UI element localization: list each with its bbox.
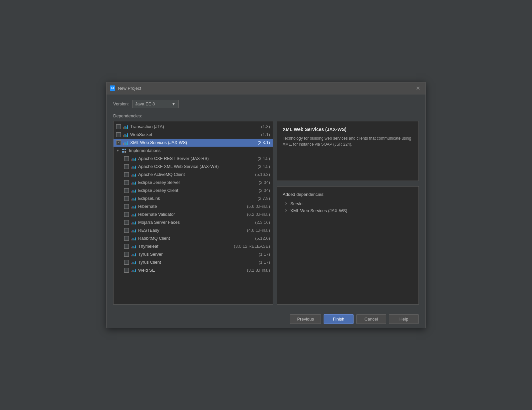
category-name-implementations: Implementations [129,148,160,153]
dep-version-cxf-xml: (3.4.5) [257,164,270,169]
dep-icon-hibernate [131,204,136,209]
dep-version-jersey-server: (2.34) [259,180,270,185]
right-panel: XML Web Services (JAX-WS) Technology for… [277,121,419,305]
dep-version-rabbitmq: (5.12.0) [255,236,270,241]
dialog-body: Version: Java EE 8 ▼ Dependencies: [107,94,425,310]
dep-checkbox-weld-se[interactable] [124,268,129,273]
list-item[interactable]: Apache CXF REST Server (JAX-RS) (3.4.5) [114,155,273,163]
dep-version-tyrus-client: (1.17) [259,260,270,265]
dep-version-cxf-rest: (3.4.5) [257,156,270,161]
version-select[interactable]: Java EE 8 ▼ [132,100,179,108]
list-item[interactable]: Eclipse Jersey Client (2.34) [114,187,273,195]
dep-icon-thymeleaf [131,244,136,249]
dep-version-tyrus-server: (1.17) [259,252,270,257]
added-item-servlet: ✕ Servlet [283,200,413,207]
category-implementations[interactable]: ▼ Implementations [114,147,273,155]
list-item[interactable]: ✓ XML Web Services (JAX-WS) (2.3.1) [114,139,273,147]
dep-checkbox-jersey-server[interactable] [124,180,129,185]
dep-version-jersey-client: (2.34) [259,188,270,193]
dep-icon-resteasy [131,228,136,233]
dep-name-cxf-rest: Apache CXF REST Server (JAX-RS) [138,156,256,161]
dep-icon-tyrus-client [131,260,136,265]
dependencies-list[interactable]: Transaction (JTA) (1.3) [114,121,273,304]
dep-checkbox-cxf-rest[interactable] [124,156,129,161]
list-item[interactable]: Mojarra Server Faces (2.3.16) [114,218,273,226]
version-selected-value: Java EE 8 [135,101,155,106]
list-item[interactable]: RESTEasy (4.6.1.Final) [114,226,273,234]
dep-icon-jersey-server [131,180,136,185]
implementations-chevron: ▼ [116,149,120,152]
dep-name-tyrus-client: Tyrus Client [138,260,257,265]
added-dep-name-jaxws: XML Web Services (JAX-WS) [290,208,347,213]
app-icon: IJ [110,85,115,91]
list-item[interactable]: Weld SE (3.1.8.Final) [114,266,273,274]
dep-version-transaction: (1.3) [261,124,270,129]
dep-name-resteasy: RESTEasy [138,228,246,233]
dep-name-websocket: WebSocket [130,132,260,137]
list-item[interactable]: Hibernate Validator (6.2.0.Final) [114,210,273,218]
dep-checkbox-cxf-xml[interactable] [124,164,129,169]
dep-checkbox-eclipselink[interactable] [124,196,129,201]
dep-name-tyrus-server: Tyrus Server [138,252,257,257]
implementations-icon [122,148,127,153]
dep-checkbox-rabbitmq[interactable] [124,236,129,241]
dep-checkbox-thymeleaf[interactable] [124,244,129,249]
new-project-dialog: IJ New Project ✕ Version: Java EE 8 ▼ De… [106,82,426,328]
dep-checkbox-mojarra[interactable] [124,220,129,225]
dep-checkbox-transaction[interactable] [116,124,121,129]
list-item[interactable]: RabbitMQ Client (5.12.0) [114,234,273,242]
remove-servlet-button[interactable]: ✕ [285,202,288,206]
help-button[interactable]: Help [389,314,419,324]
remove-jaxws-button[interactable]: ✕ [285,208,288,213]
dep-icon-jersey-client [131,188,136,193]
dep-checkbox-jersey-client[interactable] [124,188,129,193]
dep-checkbox-hibernate-validator[interactable] [124,212,129,217]
list-item[interactable]: Eclipse Jersey Server (2.34) [114,179,273,187]
info-description: Technology for building web services and… [283,135,413,147]
list-item[interactable]: Hibernate (5.6.0.Final) [114,203,273,210]
dep-icon-cxf-rest [131,156,136,161]
dependencies-label: Dependencies: [113,113,419,118]
dep-name-cxf-xml: Apache CXF XML Web Service (JAX-WS) [138,164,256,169]
list-item[interactable]: Tyrus Server (1.17) [114,250,273,258]
list-item[interactable]: WebSocket (1.1) [114,131,273,139]
dependencies-list-panel: Transaction (JTA) (1.3) [113,121,273,305]
dep-checkbox-tyrus-client[interactable] [124,260,129,265]
dep-icon-jaxws [123,140,128,145]
dep-name-mojarra: Mojarra Server Faces [138,220,254,225]
dep-icon-hibernate-validator [131,212,136,217]
dep-version-activemq: (5.16.3) [255,172,270,177]
list-item[interactable]: Tyrus Client (1.17) [114,258,273,266]
cancel-button[interactable]: Cancel [356,314,386,324]
list-item[interactable]: EclipseLink (2.7.9) [114,195,273,203]
list-item[interactable]: Thymeleaf (3.0.12.RELEASE) [114,242,273,250]
dep-icon-activemq [131,172,136,177]
dep-icon-rabbitmq [131,236,136,241]
dep-version-hibernate-validator: (6.2.0.Final) [247,212,270,217]
dep-name-thymeleaf: Thymeleaf [138,244,233,249]
dep-icon-eclipselink [131,196,136,201]
dep-checkbox-hibernate[interactable] [124,204,129,209]
dep-icon-tyrus-server [131,252,136,257]
main-content: Transaction (JTA) (1.3) [113,121,419,305]
dep-checkbox-resteasy[interactable] [124,228,129,233]
dep-icon-mojarra [131,220,136,225]
svg-rect-0 [122,149,124,150]
dep-name-hibernate-validator: Hibernate Validator [138,212,246,217]
dep-version-websocket: (1.1) [261,132,270,137]
dep-checkbox-activemq[interactable] [124,172,129,177]
list-item[interactable]: Apache CXF XML Web Service (JAX-WS) (3.4… [114,163,273,171]
dep-checkbox-jaxws[interactable]: ✓ [116,140,121,145]
previous-button[interactable]: Previous [290,314,321,324]
dep-checkbox-tyrus-server[interactable] [124,252,129,257]
list-item[interactable]: Transaction (JTA) (1.3) [114,123,273,131]
finish-button[interactable]: Finish [324,314,354,324]
added-dependencies-label: Added dependencies: [283,192,413,197]
dep-version-hibernate: (5.6.0.Final) [247,204,270,209]
dep-checkbox-websocket[interactable] [116,132,121,137]
dep-name-jaxws: XML Web Services (JAX-WS) [130,140,256,145]
dep-name-weld-se: Weld SE [138,268,246,273]
close-button[interactable]: ✕ [414,84,422,92]
list-item[interactable]: Apache ActiveMQ Client (5.16.3) [114,171,273,179]
dep-version-mojarra: (2.3.16) [255,220,270,225]
